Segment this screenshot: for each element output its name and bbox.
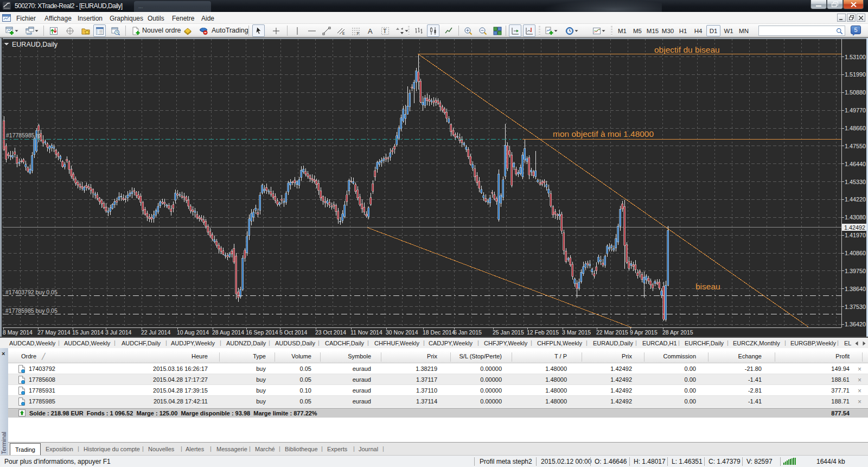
svg-text:28 Apr 2015: 28 Apr 2015: [662, 329, 693, 336]
svg-text:1.46440: 1.46440: [845, 161, 866, 167]
svg-text:9 Apr 2015: 9 Apr 2015: [630, 329, 658, 336]
svg-text:10 Aug 2014: 10 Aug 2014: [177, 329, 209, 336]
svg-text:5 Oct 2014: 5 Oct 2014: [279, 329, 308, 336]
svg-text:objectif du biseau: objectif du biseau: [654, 45, 720, 54]
svg-text:1.40860: 1.40860: [845, 250, 866, 256]
svg-text:biseau: biseau: [695, 282, 720, 291]
svg-text:#17785985 tp: #17785985 tp: [6, 132, 41, 138]
svg-text:1.48660: 1.48660: [845, 125, 866, 131]
svg-text:1.50880: 1.50880: [845, 89, 866, 96]
svg-text:1.38640: 1.38640: [845, 286, 866, 292]
svg-text:30 Nov 2014: 30 Nov 2014: [386, 329, 418, 336]
svg-text:8 May 2014: 8 May 2014: [3, 329, 33, 336]
svg-text:1.42492: 1.42492: [844, 224, 865, 231]
svg-text:1.36420: 1.36420: [845, 321, 866, 327]
svg-text:16 Sep 2014: 16 Sep 2014: [246, 329, 278, 336]
svg-text:27 May 2014: 27 May 2014: [37, 329, 71, 336]
svg-text:1.49770: 1.49770: [845, 107, 866, 113]
svg-text:11 Nov 2014: 11 Nov 2014: [350, 329, 382, 336]
svg-text:1.44220: 1.44220: [845, 196, 866, 203]
svg-text:1.45330: 1.45330: [845, 179, 866, 185]
svg-text:EURAUD,Daily: EURAUD,Daily: [12, 41, 58, 48]
svg-text:T: T: [383, 28, 387, 34]
svg-text:1.53100: 1.53100: [845, 54, 866, 60]
svg-text:1.37530: 1.37530: [845, 304, 866, 310]
svg-text:22 Jul 2014: 22 Jul 2014: [141, 329, 170, 336]
svg-text:12 Feb 2015: 12 Feb 2015: [527, 329, 559, 336]
svg-text:15 Jun 2014: 15 Jun 2014: [72, 329, 104, 336]
svg-text:1.41970: 1.41970: [845, 232, 866, 238]
svg-text:25 Jan 2015: 25 Jan 2015: [493, 329, 524, 336]
svg-text:3 Jul 2014: 3 Jul 2014: [105, 329, 132, 336]
svg-text:#17403792 buy 0.05: #17403792 buy 0.05: [5, 289, 58, 295]
svg-text:23 Oct 2014: 23 Oct 2014: [315, 329, 346, 336]
svg-text:1.43080: 1.43080: [845, 214, 866, 220]
svg-text:#17785985 buy 0.05: #17785985 buy 0.05: [5, 307, 58, 314]
svg-text:1.39750: 1.39750: [845, 268, 866, 274]
svg-text:1.47550: 1.47550: [845, 143, 866, 149]
svg-text:22 Mar 2015: 22 Mar 2015: [596, 329, 628, 336]
svg-text:3 Mar 2015: 3 Mar 2015: [562, 329, 591, 336]
svg-text:A: A: [368, 27, 373, 35]
svg-text:6 Jan 2015: 6 Jan 2015: [454, 329, 482, 336]
svg-text:F: F: [357, 31, 359, 35]
svg-text:18 Dec 2014: 18 Dec 2014: [423, 329, 455, 336]
svg-text:28 Aug 2014: 28 Aug 2014: [212, 329, 244, 336]
svg-text:1.51990: 1.51990: [845, 71, 866, 78]
svg-text:mon objectif à moi 1.48000: mon objectif à moi 1.48000: [553, 129, 654, 138]
svg-text:E: E: [342, 31, 345, 35]
